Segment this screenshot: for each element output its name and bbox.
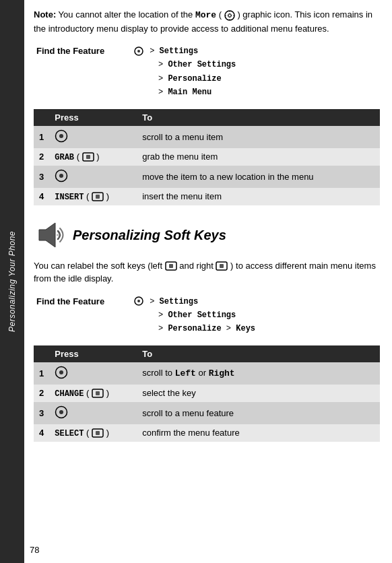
path1-line2: > Other Settings xyxy=(134,60,236,69)
step2-4: 4 xyxy=(34,424,49,442)
svg-point-7 xyxy=(59,134,63,138)
note-body: You cannot alter the location of the xyxy=(59,9,195,20)
svg-point-23 xyxy=(59,370,63,374)
table1-col-to: To xyxy=(137,109,380,126)
grab-paren-close: ) xyxy=(96,152,99,162)
svg-rect-19 xyxy=(220,264,224,268)
change-paren-close: ) xyxy=(106,388,109,398)
to-1: scroll to a menu item xyxy=(137,126,380,148)
table-row: 3 move the item to a new location in the… xyxy=(34,166,380,188)
main-content: Note: You cannot alter the location of t… xyxy=(24,0,392,563)
svg-point-5 xyxy=(137,50,140,53)
find-feature-section-2: Find the Feature > Settings > Other Sett… xyxy=(36,295,380,336)
to-4: insert the menu item xyxy=(137,188,380,205)
to2-1-left: Left xyxy=(175,368,196,378)
change-label: CHANGE xyxy=(55,389,84,399)
find-feature-label-1: Find the Feature xyxy=(36,44,134,100)
svg-line-14 xyxy=(57,234,59,235)
table2-col-press: Press xyxy=(49,345,137,362)
step2-3: 3 xyxy=(34,402,49,424)
press-2: GRAB ( ) xyxy=(49,148,137,166)
change-paren-open: ( xyxy=(86,388,89,398)
press2-1 xyxy=(49,362,137,385)
more-label: More xyxy=(195,10,216,20)
step-4: 4 xyxy=(34,188,49,205)
grab-label: GRAB xyxy=(55,153,74,162)
table2-col-to: To xyxy=(137,345,380,362)
to2-1-or: or xyxy=(198,368,208,378)
table1-col-step xyxy=(34,109,49,126)
to2-1-prefix: scroll to xyxy=(142,368,174,378)
menu-circle-icon-2 xyxy=(134,296,143,306)
svg-point-27 xyxy=(59,410,63,414)
nav-icon-1 xyxy=(55,129,68,143)
table-row: 3 scroll to a menu feature xyxy=(34,402,380,424)
svg-rect-29 xyxy=(96,431,100,435)
svg-point-11 xyxy=(59,174,63,178)
path2-line1: > Settings xyxy=(150,297,198,306)
select-label: SELECT xyxy=(55,429,84,438)
section2-title: Personalizing Soft Keys xyxy=(73,227,226,243)
press2-2: CHANGE ( ) xyxy=(49,385,137,402)
svg-rect-25 xyxy=(96,391,100,395)
path1-line4: > Main Menu xyxy=(134,88,211,97)
to2-3: scroll to a menu feature xyxy=(137,402,380,424)
step-1: 1 xyxy=(34,126,49,148)
svg-line-15 xyxy=(57,235,59,236)
table-row: 1 scroll to Left or Right xyxy=(34,362,380,385)
to2-4: confirm the menu feature xyxy=(137,424,380,442)
to2-1: scroll to Left or Right xyxy=(137,362,380,385)
to-3: move the item to a new location in the m… xyxy=(137,166,380,188)
path1-line1: > Settings xyxy=(150,46,198,56)
svg-point-21 xyxy=(137,300,140,302)
table1-col-press: Press xyxy=(49,109,137,126)
section2-heading-row: Personalizing Soft Keys xyxy=(34,218,380,253)
menu-circle-icon-1 xyxy=(134,46,143,56)
instruction-table-2: Press To 1 scroll to Left xyxy=(34,345,380,442)
table-row: 4 INSERT ( ) insert the menu item xyxy=(34,188,380,205)
note-label: Note: xyxy=(34,9,56,20)
to-2: grab the menu item xyxy=(137,148,380,166)
press-4: INSERT ( ) xyxy=(49,188,137,205)
step-2: 2 xyxy=(34,148,49,166)
to2-2: select the key xyxy=(137,385,380,402)
grab-button-icon xyxy=(82,152,94,162)
select-paren-close: ) xyxy=(106,428,109,438)
select-button-icon xyxy=(92,428,104,438)
press-1 xyxy=(49,126,137,148)
table-row: 4 SELECT ( ) confirm the menu feature xyxy=(34,424,380,442)
insert-paren-open: ( xyxy=(86,191,89,201)
svg-rect-13 xyxy=(96,195,100,199)
to2-1-right: Right xyxy=(209,368,235,378)
nav-icon-3 xyxy=(55,366,68,379)
section2-body: You can relabel the soft keys (left and … xyxy=(34,259,380,286)
change-button-icon xyxy=(92,389,104,398)
grab-paren-open: ( xyxy=(77,152,79,162)
svg-point-0 xyxy=(225,11,234,20)
table-row: 2 GRAB ( ) grab the menu item xyxy=(34,148,380,166)
table-row: 1 scroll to a menu item xyxy=(34,126,380,148)
press2-3 xyxy=(49,402,137,424)
table1-header-row: Press To xyxy=(34,109,380,126)
instruction-table-1: Press To 1 scroll to a menu item xyxy=(34,109,380,205)
left-softkey-icon xyxy=(165,261,177,271)
svg-rect-17 xyxy=(169,264,173,268)
path1-line3: > Personalize xyxy=(134,74,222,84)
find-feature-section-1: Find the Feature > Settings > Other Sett… xyxy=(36,44,380,100)
insert-label: INSERT xyxy=(55,193,84,202)
insert-button-icon xyxy=(92,192,104,201)
speaker-icon xyxy=(34,218,69,253)
body-prefix: You can relabel the soft keys (left xyxy=(34,261,165,271)
sidebar-label: Personalizing Your Phone xyxy=(7,231,17,332)
press-3 xyxy=(49,166,137,188)
step-3: 3 xyxy=(34,166,49,188)
more-icon xyxy=(224,10,235,21)
more-icon-placeholder: ( xyxy=(219,9,222,20)
path2-line3: > Personalize > Keys xyxy=(134,324,255,333)
speaker-icon-container xyxy=(34,218,69,253)
step2-1: 1 xyxy=(34,362,49,385)
table-row: 2 CHANGE ( ) select the key xyxy=(34,385,380,402)
path2-line2: > Other Settings xyxy=(134,310,236,320)
note-paragraph: Note: You cannot alter the location of t… xyxy=(34,8,380,35)
sidebar: Personalizing Your Phone xyxy=(0,0,24,563)
